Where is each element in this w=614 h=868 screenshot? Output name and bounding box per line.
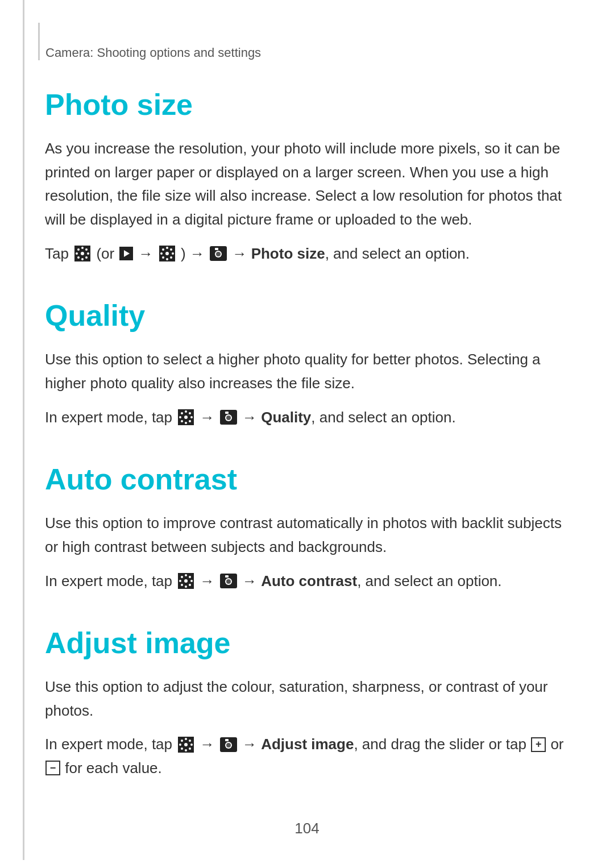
section-title-adjust-image: Adjust image xyxy=(45,627,569,659)
svg-point-32 xyxy=(185,410,187,413)
camera-icon-3 xyxy=(219,573,238,589)
svg-point-55 xyxy=(184,743,188,746)
svg-point-30 xyxy=(181,420,183,422)
svg-point-24 xyxy=(216,252,221,256)
section-title-quality: Quality xyxy=(45,300,569,332)
section-body-quality: Use this option to select a higher photo… xyxy=(45,348,569,395)
settings-icon-5 xyxy=(177,736,195,754)
svg-point-20 xyxy=(160,252,163,255)
svg-point-45 xyxy=(189,584,191,586)
svg-rect-53 xyxy=(225,575,229,578)
svg-point-38 xyxy=(226,416,231,420)
svg-point-47 xyxy=(185,585,187,588)
settings-icon-4 xyxy=(177,572,195,590)
svg-point-19 xyxy=(166,258,168,260)
page-number: 104 xyxy=(294,820,319,837)
camera-icon-4 xyxy=(219,737,238,753)
section-body-auto-contrast: Use this option to improve contrast auto… xyxy=(45,512,569,559)
section-body-adjust-image: Use this option to adjust the colour, sa… xyxy=(45,675,569,722)
svg-point-49 xyxy=(190,580,193,582)
svg-point-46 xyxy=(185,574,187,576)
svg-point-66 xyxy=(226,743,231,747)
svg-point-34 xyxy=(179,416,181,418)
svg-point-57 xyxy=(189,740,191,742)
photo-size-bold: Photo size xyxy=(251,245,325,262)
section-auto-contrast: Auto contrast Use this option to improve… xyxy=(45,463,569,593)
svg-point-8 xyxy=(76,252,78,255)
svg-point-27 xyxy=(184,416,188,419)
plus-icon: + xyxy=(531,737,546,752)
svg-point-35 xyxy=(190,416,193,418)
svg-point-2 xyxy=(77,248,80,251)
svg-point-63 xyxy=(190,744,193,746)
svg-point-52 xyxy=(226,579,231,584)
svg-point-13 xyxy=(165,252,169,255)
svg-point-44 xyxy=(181,584,183,586)
svg-point-5 xyxy=(85,256,88,259)
nav-icon-1 xyxy=(119,246,134,261)
section-instruction-quality: In expert mode, tap → xyxy=(45,406,569,430)
svg-rect-39 xyxy=(225,412,229,414)
auto-contrast-bold: Auto contrast xyxy=(261,572,357,589)
svg-point-16 xyxy=(162,256,164,259)
svg-point-60 xyxy=(185,738,187,740)
page-wrapper: Camera: Shooting options and settings Ph… xyxy=(0,0,614,860)
settings-icon-2 xyxy=(158,244,176,263)
camera-icon-2 xyxy=(219,409,238,425)
svg-point-41 xyxy=(184,579,188,583)
svg-point-42 xyxy=(181,576,183,578)
svg-point-43 xyxy=(189,576,191,578)
section-photo-size: Photo size As you increase the resolutio… xyxy=(45,89,569,265)
section-adjust-image: Adjust image Use this option to adjust t… xyxy=(45,627,569,780)
svg-point-21 xyxy=(172,252,174,255)
svg-point-48 xyxy=(179,580,181,582)
svg-point-9 xyxy=(87,252,89,255)
svg-point-4 xyxy=(77,256,80,259)
quality-bold: Quality xyxy=(261,409,311,426)
settings-icon-1 xyxy=(73,244,92,263)
adjust-image-bold: Adjust image xyxy=(261,736,354,753)
left-border-decoration xyxy=(23,0,24,860)
svg-point-17 xyxy=(170,256,172,259)
svg-point-18 xyxy=(166,247,168,249)
section-body-photo-size: As you increase the resolution, your pho… xyxy=(45,137,569,231)
camera-icon-1 xyxy=(209,246,227,261)
svg-point-3 xyxy=(85,248,88,251)
minus-icon: − xyxy=(45,761,60,775)
svg-point-7 xyxy=(81,258,84,260)
breadcrumb: Camera: Shooting options and settings xyxy=(38,23,569,60)
section-title-photo-size: Photo size xyxy=(45,89,569,121)
settings-icon-3 xyxy=(177,408,195,426)
section-title-auto-contrast: Auto contrast xyxy=(45,463,569,496)
svg-point-59 xyxy=(189,747,191,750)
svg-point-61 xyxy=(185,749,187,751)
svg-point-56 xyxy=(181,740,183,742)
section-instruction-adjust-image: In expert mode, tap → xyxy=(45,733,569,780)
svg-point-29 xyxy=(189,412,191,414)
svg-point-31 xyxy=(189,420,191,422)
section-quality: Quality Use this option to select a high… xyxy=(45,300,569,429)
section-instruction-photo-size: Tap (or xyxy=(45,242,569,266)
svg-point-62 xyxy=(179,744,181,746)
svg-rect-25 xyxy=(215,248,218,250)
svg-point-28 xyxy=(181,412,183,414)
section-instruction-auto-contrast: In expert mode, tap → xyxy=(45,570,569,593)
svg-point-58 xyxy=(181,747,183,750)
svg-point-15 xyxy=(170,248,172,251)
svg-point-6 xyxy=(81,247,84,249)
svg-rect-67 xyxy=(225,739,229,741)
svg-point-33 xyxy=(185,422,187,424)
svg-point-1 xyxy=(81,252,84,255)
svg-point-14 xyxy=(162,248,164,251)
